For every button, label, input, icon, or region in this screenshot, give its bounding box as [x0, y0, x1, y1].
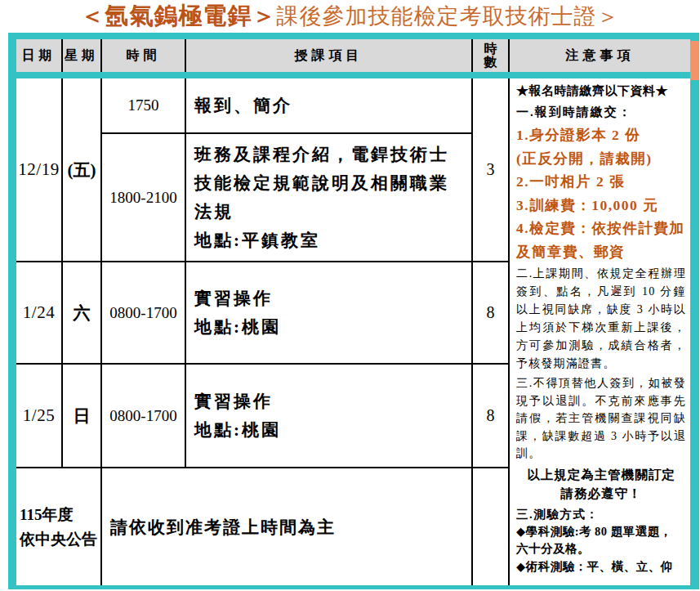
- cell-time-0800-1700: 0800-1700: [101, 262, 185, 364]
- exam-year-line1: 115年度: [20, 503, 100, 527]
- schedule-table-body: 12/19 (五) 1750 報到、簡介 3 ★報名時請繳齊以下資料★ 一.報到…: [16, 78, 690, 585]
- header-date: 日期: [16, 39, 62, 72]
- notes-exam-written-cont: 六十分及格。: [516, 540, 686, 558]
- schedule-table-frame: 日期 星期 時間 授課項目 時 數 注意事項 12/19 (五) 1750: [8, 33, 699, 589]
- cell-subject-intro-rules: 班務及課程介紹，電銲技術士技能檢定規範說明及相關職業法規 地點:平鎮教室: [185, 133, 472, 262]
- header-right-orange-accent: [690, 41, 699, 80]
- page-title: ＜氬氣鎢極電銲＞課後參加技能檢定考取技術士證＞: [0, 0, 700, 33]
- notes-exam-practical: ◆術科測驗：平、橫、立、仰: [516, 558, 686, 576]
- cell-hours-3: 3: [472, 78, 509, 262]
- subject-text: 實習操作: [194, 387, 461, 416]
- notes-exam-title: 三.測驗方式：: [516, 505, 686, 523]
- table-header-row: 日期 星期 時間 授課項目 時 數 注意事項: [16, 39, 690, 72]
- cell-weekday-fri: (五): [62, 78, 101, 262]
- notes-bold-warning-line2: 請務必遵守！: [516, 484, 686, 503]
- cell-exam-admission-note: 請依收到准考證上時間為主: [101, 468, 472, 585]
- notes-item: (正反分開，請裁開): [516, 147, 686, 171]
- notes-intro: 一.報到時請繳交：: [516, 101, 686, 123]
- cell-time-1750: 1750: [101, 78, 185, 133]
- subject-text: 實習操作: [194, 284, 461, 313]
- table-row: 12/19 (五) 1750 報到、簡介 3 ★報名時請繳齊以下資料★ 一.報到…: [16, 78, 690, 133]
- cell-time-0800-1700: 0800-1700: [101, 364, 185, 468]
- notes-item: 及簡章費、郵資: [516, 240, 686, 264]
- cell-exam-year-notice: 115年度 依中央公告: [16, 468, 101, 585]
- cell-hours-empty: [472, 468, 509, 585]
- cell-subject-practice-1: 實習操作 地點:桃園: [185, 262, 472, 364]
- cell-weekday-sun: 日: [62, 364, 101, 468]
- notes-item: 4.檢定費：依按件計費加: [516, 217, 686, 240]
- cell-hours-8: 8: [472, 364, 509, 468]
- notes-column: ★報名時請繳齊以下資料★ 一.報到時請繳交： 1.身分證影本 2 份 (正反分開…: [509, 78, 690, 585]
- notes-item: 2.一吋相片 2 張: [516, 170, 686, 194]
- cell-subject-checkin: 報到、簡介: [185, 78, 472, 133]
- notes-paragraph-attendance: 二.上課期間、依規定全程辦理簽到、點名，凡遲到 10 分鐘以上視同缺席，缺度 3…: [516, 265, 686, 373]
- page-title-description: 課後參加技能檢定考取技術士證＞: [277, 4, 620, 29]
- cell-hours-8: 8: [472, 262, 509, 364]
- cell-weekday-sat: 六: [62, 262, 101, 364]
- notes-item: 3.訓練費：10,000 元: [516, 194, 686, 217]
- page-title-course-name: ＜氬氣鎢極電銲＞: [81, 2, 277, 29]
- header-hours: 時 數: [472, 39, 509, 72]
- notes-item: 1.身分證影本 2 份: [516, 123, 686, 147]
- schedule-document: ＜氬氣鎢極電銲＞課後參加技能檢定考取技術士證＞ 日期 星期 時間 授課項目 時 …: [0, 0, 700, 591]
- header-subject: 授課項目: [185, 39, 472, 72]
- cell-subject-practice-2: 實習操作 地點:桃園: [185, 364, 472, 468]
- subject-location: 地點:桃園: [194, 416, 461, 445]
- subject-location: 地點:桃園: [194, 313, 461, 342]
- notes-exam-written: ◆學科測驗:考 80 題單選題，: [516, 523, 686, 541]
- subject-location: 地點:平鎮教室: [194, 226, 461, 255]
- notes-star-header: ★報名時請繳齊以下資料★: [516, 81, 686, 101]
- subject-text: 班務及課程介紹，電銲技術士技能檢定規範說明及相關職業法規: [194, 141, 461, 226]
- cell-date-0125: 1/25: [16, 364, 62, 468]
- header-time: 時間: [101, 39, 185, 72]
- header-notes: 注意事項: [509, 39, 690, 72]
- exam-year-line2: 依中央公告: [20, 527, 100, 552]
- notes-paragraph-signin: 三.不得頂替他人簽到，如被發現予以退訓。不克前來應事先請假，若主管機關查課視同缺…: [516, 374, 686, 463]
- cell-date-0124: 1/24: [16, 262, 62, 364]
- cell-time-1800-2100: 1800-2100: [101, 133, 185, 262]
- notes-bold-warning-line1: 以上規定為主管機關訂定: [516, 465, 686, 484]
- header-divider-bar: [16, 72, 690, 78]
- header-weekday: 星期: [62, 39, 101, 72]
- cell-date-1219: 12/19: [16, 78, 62, 262]
